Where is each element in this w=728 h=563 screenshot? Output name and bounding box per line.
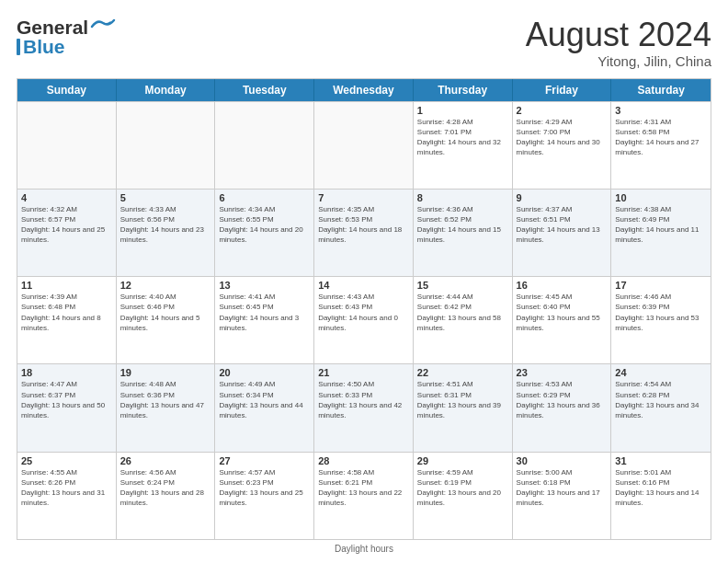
day-number: 22 [417, 367, 508, 378]
cal-header-wednesday: Wednesday [314, 79, 414, 101]
calendar-body: 1Sunrise: 4:28 AM Sunset: 7:01 PM Daylig… [17, 101, 711, 539]
month-title: August 2024 [526, 17, 711, 53]
cal-cell-4-3: 28Sunrise: 4:58 AM Sunset: 6:21 PM Dayli… [314, 453, 414, 539]
day-info: Sunrise: 4:31 AM Sunset: 6:58 PM Dayligh… [615, 117, 707, 158]
logo: General Blue [17, 17, 116, 58]
cal-cell-4-6: 31Sunrise: 5:01 AM Sunset: 6:16 PM Dayli… [611, 453, 711, 539]
cal-row-1: 4Sunrise: 4:32 AM Sunset: 6:57 PM Daylig… [17, 189, 711, 276]
cal-header-monday: Monday [117, 79, 216, 101]
day-info: Sunrise: 4:40 AM Sunset: 6:46 PM Dayligh… [120, 292, 211, 333]
day-info: Sunrise: 4:55 AM Sunset: 6:26 PM Dayligh… [21, 467, 112, 509]
cal-cell-3-6: 24Sunrise: 4:54 AM Sunset: 6:28 PM Dayli… [611, 364, 711, 451]
day-info: Sunrise: 4:36 AM Sunset: 6:52 PM Dayligh… [417, 204, 508, 246]
title-block: August 2024 Yitong, Jilin, China [526, 17, 711, 69]
day-info: Sunrise: 5:00 AM Sunset: 6:18 PM Dayligh… [517, 467, 608, 509]
cal-cell-4-0: 25Sunrise: 4:55 AM Sunset: 6:26 PM Dayli… [17, 453, 117, 539]
cal-cell-2-6: 17Sunrise: 4:46 AM Sunset: 6:39 PM Dayli… [611, 277, 711, 363]
day-info: Sunrise: 4:54 AM Sunset: 6:28 PM Dayligh… [615, 379, 707, 420]
cal-cell-0-3 [314, 102, 414, 189]
day-number: 9 [517, 192, 608, 203]
cal-header-sunday: Sunday [17, 79, 117, 101]
cal-cell-2-5: 16Sunrise: 4:45 AM Sunset: 6:40 PM Dayli… [513, 277, 612, 363]
day-info: Sunrise: 4:47 AM Sunset: 6:37 PM Dayligh… [21, 379, 112, 420]
cal-cell-3-3: 21Sunrise: 4:50 AM Sunset: 6:33 PM Dayli… [314, 364, 414, 451]
day-number: 10 [615, 192, 707, 203]
day-info: Sunrise: 4:43 AM Sunset: 6:43 PM Dayligh… [318, 292, 409, 333]
day-number: 15 [417, 280, 508, 291]
day-info: Sunrise: 4:34 AM Sunset: 6:55 PM Dayligh… [219, 204, 310, 246]
day-info: Sunrise: 4:28 AM Sunset: 7:01 PM Dayligh… [417, 117, 508, 158]
day-number: 31 [615, 455, 707, 466]
day-number: 5 [120, 192, 211, 203]
day-info: Sunrise: 4:50 AM Sunset: 6:33 PM Dayligh… [318, 379, 409, 420]
day-number: 20 [219, 367, 310, 378]
day-number: 4 [21, 192, 112, 203]
cal-row-0: 1Sunrise: 4:28 AM Sunset: 7:01 PM Daylig… [17, 101, 711, 189]
day-number: 18 [21, 367, 112, 378]
cal-cell-2-1: 12Sunrise: 4:40 AM Sunset: 6:46 PM Dayli… [117, 277, 216, 363]
cal-cell-3-0: 18Sunrise: 4:47 AM Sunset: 6:37 PM Dayli… [17, 364, 117, 451]
calendar: SundayMondayTuesdayWednesdayThursdayFrid… [17, 78, 711, 540]
cal-header-thursday: Thursday [414, 79, 513, 101]
day-info: Sunrise: 4:41 AM Sunset: 6:45 PM Dayligh… [219, 292, 310, 333]
cal-row-4: 25Sunrise: 4:55 AM Sunset: 6:26 PM Dayli… [17, 452, 711, 539]
day-info: Sunrise: 5:01 AM Sunset: 6:16 PM Dayligh… [615, 467, 707, 509]
cal-cell-3-5: 23Sunrise: 4:53 AM Sunset: 6:29 PM Dayli… [513, 364, 612, 451]
day-info: Sunrise: 4:37 AM Sunset: 6:51 PM Dayligh… [517, 204, 608, 246]
day-number: 28 [318, 455, 409, 466]
day-info: Sunrise: 4:35 AM Sunset: 6:53 PM Dayligh… [318, 204, 409, 246]
day-number: 14 [318, 280, 409, 291]
cal-cell-1-2: 6Sunrise: 4:34 AM Sunset: 6:55 PM Daylig… [215, 190, 314, 276]
cal-cell-1-1: 5Sunrise: 4:33 AM Sunset: 6:56 PM Daylig… [117, 190, 216, 276]
cal-cell-2-4: 15Sunrise: 4:44 AM Sunset: 6:42 PM Dayli… [414, 277, 513, 363]
cal-cell-0-5: 2Sunrise: 4:29 AM Sunset: 7:00 PM Daylig… [513, 102, 612, 189]
header: General Blue August 2024 Yitong, Jilin, … [17, 17, 711, 69]
cal-cell-4-1: 26Sunrise: 4:56 AM Sunset: 6:24 PM Dayli… [117, 453, 216, 539]
day-info: Sunrise: 4:44 AM Sunset: 6:42 PM Dayligh… [417, 292, 508, 333]
cal-cell-4-5: 30Sunrise: 5:00 AM Sunset: 6:18 PM Dayli… [513, 453, 612, 539]
day-number: 29 [417, 455, 508, 466]
cal-cell-4-4: 29Sunrise: 4:59 AM Sunset: 6:19 PM Dayli… [414, 453, 513, 539]
day-number: 26 [120, 455, 211, 466]
day-number: 8 [417, 192, 508, 203]
day-info: Sunrise: 4:29 AM Sunset: 7:00 PM Dayligh… [517, 117, 608, 158]
cal-header-saturday: Saturday [611, 79, 711, 101]
cal-cell-0-0 [17, 102, 117, 189]
day-number: 11 [21, 280, 112, 291]
day-info: Sunrise: 4:59 AM Sunset: 6:19 PM Dayligh… [417, 467, 508, 509]
day-number: 2 [517, 105, 608, 116]
day-number: 12 [120, 280, 211, 291]
footer-note: Daylight hours [17, 540, 711, 554]
day-number: 3 [615, 105, 707, 116]
cal-cell-1-0: 4Sunrise: 4:32 AM Sunset: 6:57 PM Daylig… [17, 190, 117, 276]
cal-cell-1-6: 10Sunrise: 4:38 AM Sunset: 6:49 PM Dayli… [611, 190, 711, 276]
daylight-label: Daylight hours [335, 544, 393, 554]
day-info: Sunrise: 4:58 AM Sunset: 6:21 PM Dayligh… [318, 467, 409, 509]
cal-cell-4-2: 27Sunrise: 4:57 AM Sunset: 6:23 PM Dayli… [215, 453, 314, 539]
cal-cell-2-3: 14Sunrise: 4:43 AM Sunset: 6:43 PM Dayli… [314, 277, 414, 363]
day-info: Sunrise: 4:45 AM Sunset: 6:40 PM Dayligh… [517, 292, 608, 333]
day-number: 16 [517, 280, 608, 291]
day-number: 17 [615, 280, 707, 291]
cal-cell-1-4: 8Sunrise: 4:36 AM Sunset: 6:52 PM Daylig… [414, 190, 513, 276]
cal-cell-0-4: 1Sunrise: 4:28 AM Sunset: 7:01 PM Daylig… [414, 102, 513, 189]
cal-cell-2-0: 11Sunrise: 4:39 AM Sunset: 6:48 PM Dayli… [17, 277, 117, 363]
cal-header-tuesday: Tuesday [215, 79, 314, 101]
day-info: Sunrise: 4:46 AM Sunset: 6:39 PM Dayligh… [615, 292, 707, 333]
cal-cell-1-5: 9Sunrise: 4:37 AM Sunset: 6:51 PM Daylig… [513, 190, 612, 276]
day-info: Sunrise: 4:33 AM Sunset: 6:56 PM Dayligh… [120, 204, 211, 246]
day-info: Sunrise: 4:51 AM Sunset: 6:31 PM Dayligh… [417, 379, 508, 420]
cal-cell-0-2 [215, 102, 314, 189]
day-number: 24 [615, 367, 707, 378]
day-number: 6 [219, 192, 310, 203]
cal-header-friday: Friday [513, 79, 612, 101]
cal-cell-0-1 [117, 102, 216, 189]
day-info: Sunrise: 4:39 AM Sunset: 6:48 PM Dayligh… [21, 292, 112, 333]
cal-cell-3-4: 22Sunrise: 4:51 AM Sunset: 6:31 PM Dayli… [414, 364, 513, 451]
cal-cell-0-6: 3Sunrise: 4:31 AM Sunset: 6:58 PM Daylig… [611, 102, 711, 189]
day-number: 13 [219, 280, 310, 291]
logo-bird-icon [90, 17, 116, 34]
cal-row-2: 11Sunrise: 4:39 AM Sunset: 6:48 PM Dayli… [17, 276, 711, 363]
cal-cell-2-2: 13Sunrise: 4:41 AM Sunset: 6:45 PM Dayli… [215, 277, 314, 363]
cal-cell-3-2: 20Sunrise: 4:49 AM Sunset: 6:34 PM Dayli… [215, 364, 314, 451]
